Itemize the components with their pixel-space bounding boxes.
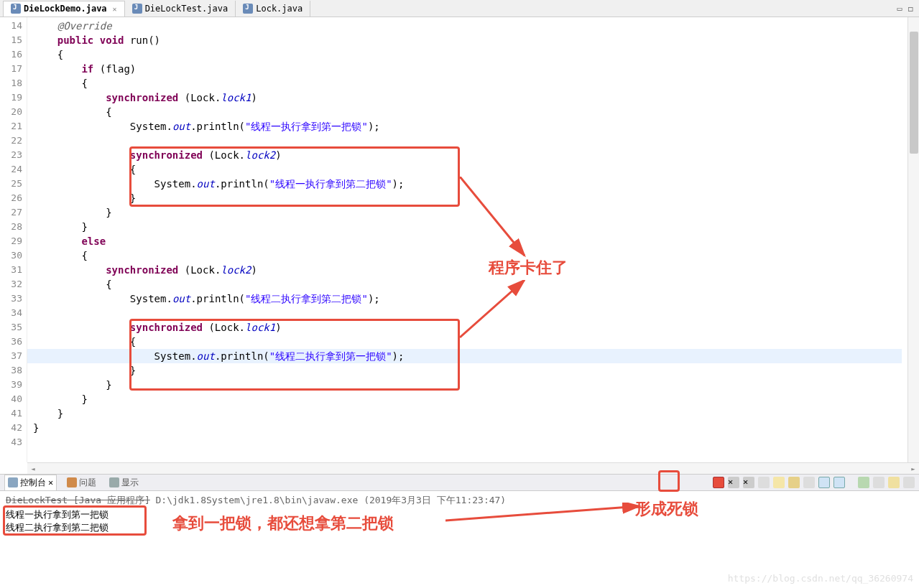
close-icon[interactable]: ✕ (113, 5, 117, 13)
minimize-icon[interactable]: ▭ (897, 4, 902, 14)
console-dropdown-icon[interactable] (873, 477, 885, 488)
console-toolbar: ✕ ✕ (713, 477, 915, 488)
remove-icon[interactable]: ✕ (743, 477, 754, 488)
open-console-icon[interactable] (833, 477, 845, 488)
new-console-icon[interactable] (858, 477, 869, 488)
java-file-icon (132, 4, 142, 14)
maximize-panel-icon[interactable] (903, 477, 915, 488)
java-file-icon (11, 4, 21, 14)
scroll-left-icon[interactable]: ◄ (27, 465, 39, 472)
display-selected-icon[interactable] (818, 477, 830, 488)
editor-tabs: DieLockDemo.java✕DieLockTest.javaLock.ja… (0, 0, 919, 17)
vertical-scrollbar[interactable] (908, 17, 919, 462)
remove-all-icon[interactable]: ✕ (728, 477, 739, 488)
editor-area: 1415161718192021222324252627282930313233… (0, 17, 919, 462)
scrollbar-thumb[interactable] (910, 32, 918, 154)
terminate-button[interactable] (713, 477, 724, 488)
window-controls: ▭ ◻ (897, 4, 919, 14)
maximize-icon[interactable]: ◻ (908, 4, 913, 14)
pin-console-icon[interactable] (803, 477, 815, 488)
bottom-panel-tabs: 控制台 ✕ 问题 显示 ✕ ✕ (0, 474, 919, 491)
code-editor[interactable]: @Override public void run() { if (flag) … (27, 17, 908, 462)
tab-dielockdemo-java[interactable]: DieLockDemo.java✕ (3, 1, 125, 17)
tab-lock-java[interactable]: Lock.java (236, 1, 310, 17)
horizontal-scrollbar[interactable]: ◄ ► (27, 462, 919, 474)
console-output[interactable]: DieLockTest [Java 应用程序] D:\jdk1.8System\… (0, 491, 919, 537)
console-status: DieLockTest [Java 应用程序] D:\jdk1.8System\… (6, 494, 913, 507)
clear-console-icon[interactable] (773, 477, 785, 488)
close-icon[interactable]: ✕ (48, 477, 53, 487)
tab-problems[interactable]: 问题 (64, 475, 99, 490)
watermark: https://blog.csdn.net/qq_36260974 (728, 573, 913, 584)
tool-icon[interactable] (758, 477, 770, 488)
tab-console[interactable]: 控制台 ✕ (4, 475, 57, 491)
java-file-icon (243, 4, 253, 14)
tab-dielocktest-java[interactable]: DieLockTest.java (125, 1, 236, 17)
scroll-right-icon[interactable]: ► (908, 465, 919, 472)
minimize-panel-icon[interactable] (888, 477, 900, 488)
scroll-lock-icon[interactable] (788, 477, 800, 488)
tab-display[interactable]: 显示 (106, 475, 142, 490)
line-number-gutter: 1415161718192021222324252627282930313233… (0, 17, 27, 462)
